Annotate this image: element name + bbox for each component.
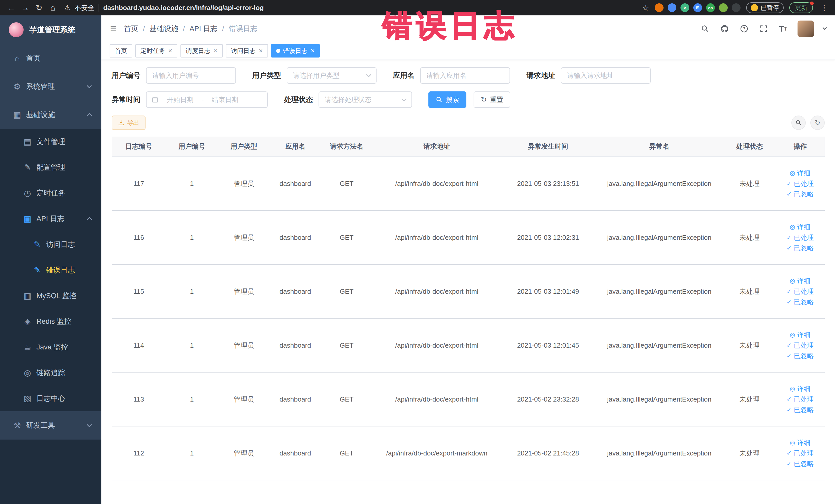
ignored-link[interactable]: ✓已忽略	[787, 298, 814, 306]
ignored-link[interactable]: ✓已忽略	[787, 190, 814, 199]
processed-link[interactable]: ✓已处理	[787, 395, 814, 404]
tab-access-log[interactable]: 访问日志×	[226, 44, 268, 58]
exception-time-range[interactable]: -	[146, 92, 268, 108]
address-bar[interactable]: ⚠ 不安全 dashboard.yudao.iocoder.cn/infra/l…	[64, 3, 634, 12]
processed-link[interactable]: ✓已处理	[787, 233, 814, 242]
end-date-input[interactable]	[206, 96, 244, 104]
cell-url: /api/infra/db-doc/export-html	[373, 372, 501, 426]
processed-link[interactable]: ✓已处理	[787, 179, 814, 188]
extension-vue-devtools[interactable]: V	[680, 3, 689, 12]
sidebar-item-trace[interactable]: ◎链路追踪	[0, 360, 101, 386]
process-status-select[interactable]: 请选择处理状态	[319, 92, 412, 108]
extension-orange-circle[interactable]	[655, 3, 664, 12]
extension-blue-grid[interactable]: ⊞	[693, 3, 702, 12]
refresh-button[interactable]: ↻	[810, 116, 825, 130]
ignored-link[interactable]: ✓已忽略	[787, 405, 814, 415]
sidebar-item-redis[interactable]: ◈Redis 监控	[0, 309, 101, 334]
avatar-dropdown-icon[interactable]	[823, 26, 827, 30]
breadcrumb-item[interactable]: API 日志	[189, 24, 218, 34]
detail-link[interactable]: ◎详细	[790, 384, 811, 394]
tab-job-log[interactable]: 调度日志×	[180, 44, 223, 58]
app-header: ≡ 首页/基础设施/API 日志/错误日志 ? TT	[101, 15, 835, 42]
sidebar-logo[interactable]: 芋道管理系统	[0, 15, 101, 44]
breadcrumb-item[interactable]: 首页	[124, 24, 138, 34]
profile-paused-chip[interactable]: 已暂停	[746, 2, 784, 13]
sidebar-item-infra[interactable]: ▦基础设施	[0, 101, 101, 129]
search-button[interactable]: 搜索	[428, 92, 466, 108]
request-url-input[interactable]	[561, 67, 651, 84]
ignored-link[interactable]: ✓已忽略	[787, 459, 814, 468]
collapse-sidebar-icon[interactable]: ≡	[110, 22, 117, 35]
cell-time: 2021-05-03 12:01:49	[501, 264, 595, 318]
chevron-down-icon	[87, 83, 92, 88]
tab-close-icon[interactable]: ×	[311, 47, 315, 55]
user-type-label: 用户类型	[252, 70, 281, 80]
date-separator: -	[202, 96, 204, 104]
bookmark-star-icon[interactable]: ☆	[642, 3, 649, 12]
sidebar-item-config[interactable]: ✎配置管理	[0, 155, 101, 180]
search-icon	[435, 96, 443, 103]
cell-time: 2021-05-03 12:01:45	[501, 318, 595, 372]
browser-menu-icon[interactable]: ⋮	[819, 3, 830, 13]
sidebar-item-java[interactable]: ☕Java 监控	[0, 334, 101, 360]
detail-link[interactable]: ◎详细	[790, 330, 811, 339]
sidebar-item-file[interactable]: ▤文件管理	[0, 129, 101, 155]
fullscreen-icon[interactable]	[758, 24, 769, 34]
sidebar-item-api-log[interactable]: ▣API 日志	[0, 206, 101, 231]
github-icon[interactable]	[719, 24, 730, 34]
start-date-input[interactable]	[161, 96, 200, 104]
processed-link[interactable]: ✓已处理	[787, 341, 814, 350]
help-icon[interactable]: ?	[739, 24, 749, 34]
home-icon[interactable]: ⌂	[47, 2, 59, 14]
ignored-link[interactable]: ✓已忽略	[787, 351, 814, 361]
extension-plug[interactable]	[732, 3, 740, 12]
sidebar-item-dev-tools[interactable]: ⚒研发工具	[0, 411, 101, 440]
ignored-link[interactable]: ✓已忽略	[787, 244, 814, 253]
extension-on-badge[interactable]: on	[706, 3, 715, 12]
font-size-icon[interactable]: TT	[778, 24, 788, 34]
processed-link[interactable]: ✓已处理	[787, 449, 814, 458]
search-icon[interactable]	[700, 24, 710, 34]
user-type-select[interactable]: 请选择用户类型	[287, 67, 376, 84]
export-button[interactable]: 导出	[111, 116, 145, 130]
tab-close-icon[interactable]: ×	[213, 47, 218, 55]
sidebar-item-label: 首页	[26, 54, 41, 63]
sidebar-item-label: 链路追踪	[37, 368, 65, 378]
reset-button[interactable]: ↻ 重置	[474, 92, 510, 108]
extension-blue-drop[interactable]	[668, 3, 676, 12]
table-row: 1161管理员dashboardGET/api/infra/db-doc/exp…	[111, 210, 825, 264]
cell-user-id: 1	[166, 264, 218, 318]
user-avatar[interactable]	[797, 21, 814, 37]
detail-link[interactable]: ◎详细	[790, 169, 811, 178]
extension-leaf[interactable]	[719, 3, 728, 12]
action-label: 详细	[797, 277, 811, 285]
processed-link[interactable]: ✓已处理	[787, 287, 814, 296]
tab-close-icon[interactable]: ×	[168, 47, 172, 55]
sidebar-item-home[interactable]: ⌂首页	[0, 44, 101, 73]
detail-link[interactable]: ◎详细	[790, 277, 811, 285]
search-toggle-button[interactable]	[791, 116, 806, 130]
cell-method: GET	[321, 264, 373, 318]
app-name-input[interactable]	[420, 67, 510, 84]
sidebar-item-job[interactable]: ◷定时任务	[0, 180, 101, 206]
detail-icon: ◎	[790, 331, 795, 338]
tab-home[interactable]: 首页	[109, 44, 132, 58]
sidebar-item-access-log[interactable]: ✎访问日志	[0, 231, 101, 257]
user-id-input[interactable]	[146, 67, 236, 84]
detail-link[interactable]: ◎详细	[790, 438, 811, 447]
cell-url: /api/infra/db-doc/export-html	[373, 210, 501, 264]
download-icon	[118, 119, 124, 126]
tab-job[interactable]: 定时任务×	[135, 44, 177, 58]
sidebar-item-error-log[interactable]: ✎错误日志	[0, 257, 101, 283]
action-label: 已处理	[794, 341, 814, 350]
breadcrumb-item[interactable]: 基础设施	[149, 24, 178, 34]
tab-error-log[interactable]: 错误日志×	[271, 44, 320, 58]
sidebar-item-mysql[interactable]: ▥MySQL 监控	[0, 283, 101, 309]
reload-icon[interactable]: ↻	[33, 2, 45, 14]
detail-link[interactable]: ◎详细	[790, 223, 811, 231]
sidebar-item-log-center[interactable]: ▧日志中心	[0, 386, 101, 411]
forward-icon[interactable]: →	[19, 2, 31, 14]
tab-close-icon[interactable]: ×	[259, 47, 263, 55]
sidebar-item-system[interactable]: ⚙系统管理	[0, 73, 101, 101]
chrome-update-button[interactable]: 更新	[789, 2, 813, 13]
